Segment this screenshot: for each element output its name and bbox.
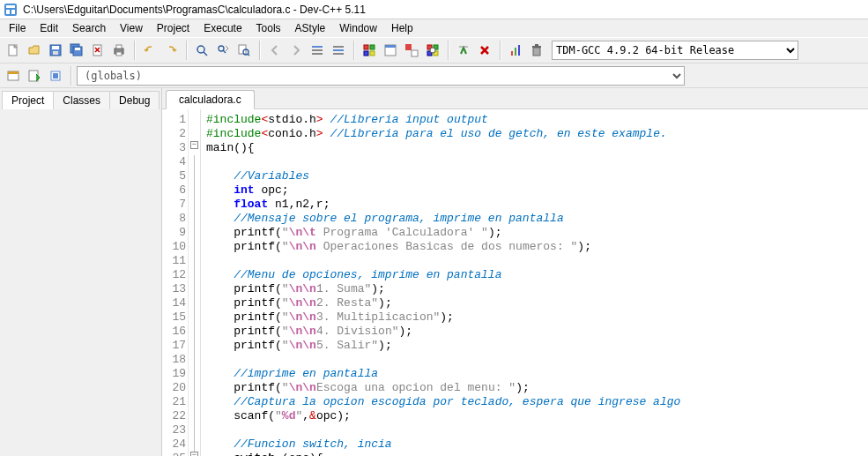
svg-rect-22 bbox=[333, 46, 344, 48]
compiler-select[interactable]: TDM-GCC 4.9.2 64-bit Release bbox=[552, 41, 798, 60]
svg-rect-23 bbox=[333, 49, 344, 51]
svg-rect-39 bbox=[515, 48, 516, 56]
side-tab-project[interactable]: Project bbox=[2, 91, 54, 109]
goto-line-button[interactable] bbox=[308, 41, 327, 60]
svg-rect-1 bbox=[6, 5, 15, 8]
svg-rect-48 bbox=[53, 73, 58, 78]
svg-rect-43 bbox=[535, 44, 538, 46]
svg-rect-21 bbox=[312, 53, 323, 55]
main-area: ProjectClassesDebug calculadora.c 123456… bbox=[0, 88, 868, 456]
svg-rect-26 bbox=[370, 45, 375, 49]
separator bbox=[259, 41, 260, 60]
debug-button[interactable] bbox=[454, 41, 473, 60]
svg-rect-25 bbox=[364, 45, 368, 49]
fold-toggle[interactable]: − bbox=[190, 141, 198, 149]
save-all-button[interactable] bbox=[67, 41, 86, 60]
new-project-button[interactable] bbox=[4, 66, 23, 86]
globals-select[interactable]: (globals) bbox=[77, 66, 685, 86]
svg-rect-40 bbox=[518, 45, 520, 56]
redo-button[interactable] bbox=[161, 41, 181, 60]
svg-rect-7 bbox=[53, 51, 58, 55]
svg-rect-3 bbox=[11, 10, 15, 14]
menu-tools[interactable]: Tools bbox=[249, 20, 288, 36]
stop-button[interactable] bbox=[475, 41, 494, 60]
line-gutter: 1234567891011121314151617181920212223242… bbox=[162, 109, 189, 456]
new-file-button[interactable] bbox=[4, 41, 23, 60]
undo-button[interactable] bbox=[140, 41, 160, 60]
svg-rect-42 bbox=[532, 46, 541, 48]
separator bbox=[134, 41, 135, 60]
menu-bar: FileEditSearchViewProjectExecuteToolsASt… bbox=[0, 19, 868, 37]
toggle-button[interactable] bbox=[46, 66, 65, 86]
svg-point-15 bbox=[197, 46, 204, 53]
replace-button[interactable] bbox=[213, 41, 233, 60]
svg-rect-28 bbox=[370, 51, 375, 56]
open-button[interactable] bbox=[25, 41, 44, 60]
separator bbox=[353, 41, 354, 60]
find-button[interactable] bbox=[192, 41, 211, 60]
clean-button[interactable] bbox=[527, 41, 546, 60]
file-tab[interactable]: calculadora.c bbox=[166, 90, 255, 109]
fold-toggle[interactable]: − bbox=[190, 452, 198, 456]
svg-rect-24 bbox=[333, 53, 344, 55]
print-button[interactable] bbox=[109, 41, 129, 60]
side-tab-classes[interactable]: Classes bbox=[53, 91, 110, 109]
svg-rect-14 bbox=[116, 52, 122, 56]
menu-project[interactable]: Project bbox=[150, 20, 197, 36]
file-tabs: calculadora.c bbox=[162, 88, 868, 109]
svg-rect-32 bbox=[412, 50, 418, 56]
fold-column[interactable]: −− bbox=[189, 109, 201, 456]
menu-astyle[interactable]: AStyle bbox=[288, 20, 333, 36]
save-button[interactable] bbox=[46, 41, 65, 60]
svg-point-37 bbox=[430, 48, 435, 53]
run-button[interactable] bbox=[381, 41, 400, 60]
find-in-files-button[interactable] bbox=[234, 41, 254, 60]
svg-rect-27 bbox=[364, 51, 368, 56]
menu-help[interactable]: Help bbox=[384, 20, 420, 36]
menu-file[interactable]: File bbox=[2, 20, 33, 36]
menu-view[interactable]: View bbox=[113, 20, 150, 36]
svg-rect-20 bbox=[312, 49, 323, 51]
svg-rect-38 bbox=[511, 51, 513, 56]
code-editor[interactable]: 1234567891011121314151617181920212223242… bbox=[162, 109, 868, 456]
separator bbox=[186, 41, 187, 60]
side-tab-debug[interactable]: Debug bbox=[109, 91, 160, 109]
menu-execute[interactable]: Execute bbox=[197, 20, 249, 36]
editor-area: calculadora.c 12345678910111213141516171… bbox=[162, 88, 868, 456]
menu-edit[interactable]: Edit bbox=[33, 20, 65, 36]
side-tabs: ProjectClassesDebug bbox=[0, 88, 161, 109]
code-content[interactable]: #include<stdio.h> //Libreria input outpu… bbox=[201, 109, 868, 456]
back-button[interactable] bbox=[265, 41, 285, 60]
forward-button[interactable] bbox=[286, 41, 306, 60]
svg-rect-2 bbox=[6, 10, 10, 14]
separator bbox=[70, 66, 71, 86]
compile-button[interactable] bbox=[360, 41, 379, 60]
svg-rect-6 bbox=[52, 46, 59, 49]
svg-rect-45 bbox=[8, 71, 19, 74]
insert-button[interactable] bbox=[25, 66, 44, 86]
svg-rect-13 bbox=[116, 45, 122, 49]
sidebar: ProjectClassesDebug bbox=[0, 88, 162, 456]
svg-rect-30 bbox=[385, 45, 396, 48]
svg-rect-10 bbox=[75, 48, 80, 50]
app-icon bbox=[4, 3, 18, 17]
menu-window[interactable]: Window bbox=[332, 20, 384, 36]
separator bbox=[500, 41, 501, 60]
separator bbox=[448, 41, 449, 60]
close-button[interactable] bbox=[88, 41, 108, 60]
title-bar: C:\Users\Edguitar\Documents\ProgramasC\c… bbox=[0, 0, 868, 19]
compile-run-button[interactable] bbox=[402, 41, 421, 60]
svg-rect-31 bbox=[405, 44, 412, 50]
svg-rect-41 bbox=[533, 48, 540, 56]
main-toolbar: TDM-GCC 4.9.2 64-bit Release bbox=[0, 37, 868, 64]
rebuild-button[interactable] bbox=[423, 41, 442, 60]
menu-search[interactable]: Search bbox=[65, 20, 113, 36]
svg-rect-19 bbox=[312, 46, 323, 48]
profile-button[interactable] bbox=[506, 41, 525, 60]
bookmark-button[interactable] bbox=[329, 41, 348, 60]
window-title: C:\Users\Edguitar\Documents\ProgramasC\c… bbox=[23, 4, 366, 16]
secondary-toolbar: (globals) bbox=[0, 64, 868, 88]
